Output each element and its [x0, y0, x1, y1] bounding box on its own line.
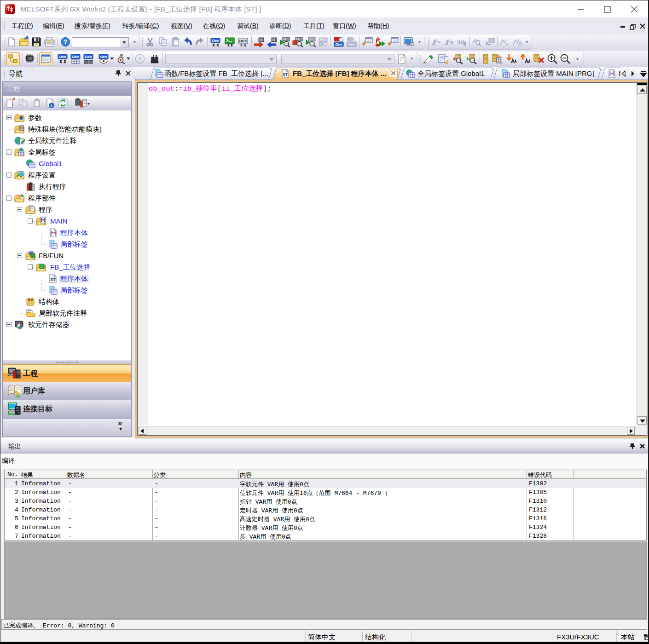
svg-text:Dev: Dev — [212, 39, 219, 43]
svg-text:?: ? — [64, 38, 68, 46]
svg-text:Dev: Dev — [336, 42, 342, 46]
svg-text:?: ? — [138, 56, 142, 63]
svg-text:ST: ST — [283, 72, 288, 77]
svg-text:ST: ST — [50, 277, 56, 282]
svg-text:IL: IL — [498, 54, 501, 58]
svg-text:HEX: HEX — [239, 39, 247, 43]
svg-text:A: A — [505, 42, 508, 46]
svg-text:Dev: Dev — [72, 55, 79, 59]
svg-text:Dev: Dev — [348, 42, 355, 46]
svg-text:Dev: Dev — [59, 55, 66, 59]
svg-text:i: i — [51, 104, 52, 108]
svg-text:Dev: Dev — [85, 55, 92, 59]
svg-text:Dev: Dev — [100, 55, 107, 59]
